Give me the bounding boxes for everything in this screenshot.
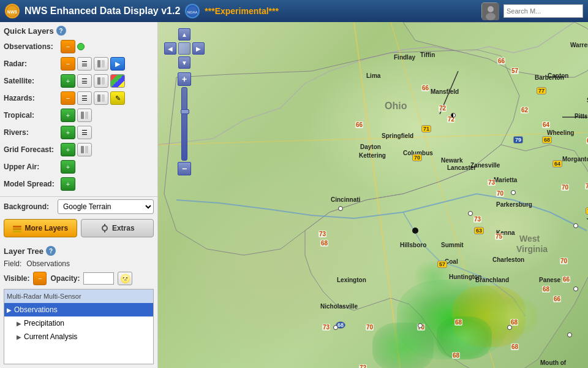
city-panese: Panese [539, 277, 560, 283]
pan-up-btn[interactable]: ▲ [178, 28, 190, 40]
pan-center-btn[interactable] [178, 42, 190, 55]
more-layers-button[interactable]: More Layers [4, 219, 77, 237]
model-spread-row: Model Spread: + [4, 177, 154, 191]
city-mansfield: Mansfield [431, 88, 459, 95]
svg-rect-7 [97, 60, 100, 67]
temp-66-2: 66 [421, 85, 429, 91]
radar-row: Radar: − ☰ ▶ [4, 56, 154, 71]
satellite-multi-btn[interactable] [110, 74, 125, 88]
quick-layers-help[interactable]: ? [56, 26, 66, 36]
city-westvirginia2: Virginia [516, 244, 548, 254]
radar-toggle-btn[interactable]: − [61, 57, 75, 71]
zoom-thumb[interactable] [181, 109, 189, 114]
road-badge-79: 79 [513, 136, 523, 144]
user-profile-icon[interactable] [481, 2, 499, 20]
radar-list-btn[interactable]: ☰ [77, 57, 92, 71]
city-dayton: Dayton [360, 144, 381, 150]
city-summit: Summit [441, 242, 464, 248]
hazards-toggle-btn[interactable]: − [61, 91, 75, 105]
road-badge-57: 57 [437, 261, 447, 268]
city-lexington: Lexington [337, 277, 366, 283]
temp-72-6: 72 [359, 364, 367, 368]
tropical-row: Tropical: + [4, 108, 154, 123]
rivers-toggle-btn[interactable]: + [61, 126, 75, 139]
observations-tree-label: Observations [14, 305, 58, 314]
field-row: Field: Observations [4, 259, 154, 268]
tree-item-observations[interactable]: ▶ Observations [4, 303, 153, 316]
zoom-out-btn[interactable]: − [178, 162, 191, 175]
tree-item-multi-radar[interactable]: Multi-Radar Multi-Sensor [4, 289, 153, 303]
temp-73-1: 73 [473, 216, 481, 223]
zoom-in-btn[interactable]: + [178, 72, 191, 86]
radar-loop-btn[interactable]: ▶ [110, 57, 125, 71]
grid-forecast-toggle-btn[interactable]: + [61, 143, 75, 156]
tropical-split-btn[interactable] [77, 109, 92, 122]
temp-66-5: 66 [562, 276, 570, 283]
temp-66-4: 66 [497, 58, 505, 64]
rivers-list-btn[interactable]: ☰ [77, 126, 92, 139]
visible-toggle-btn[interactable]: − [33, 272, 47, 285]
extras-button[interactable]: Extras [81, 219, 154, 237]
app-header: NWS NWS Enhanced Data Display v1.2 NOAA … [0, 0, 588, 22]
layer-tree-list[interactable]: Multi-Radar Multi-Sensor ▶ Observations … [4, 289, 154, 364]
field-label: Field: [4, 259, 21, 268]
map-area[interactable]: Ohio West Virginia Pennsylvania Columbus… [158, 22, 588, 368]
svg-rect-16 [85, 146, 88, 153]
precipitation-arrow: ▶ [17, 320, 21, 327]
radar-label: Radar: [4, 59, 59, 68]
background-select[interactable]: Google Terrain Google Road Google Satell… [58, 199, 154, 214]
city-mouthof: Mouth of [540, 359, 566, 366]
svg-rect-17 [13, 226, 21, 228]
satellite-split-btn[interactable] [94, 74, 108, 88]
svg-rect-8 [102, 60, 105, 67]
station-8 [507, 325, 512, 330]
upper-air-row: Upper Air: + [4, 159, 154, 174]
pan-right-btn[interactable]: ▶ [192, 42, 205, 55]
search-input[interactable] [503, 4, 583, 18]
layer-tree-label: Layer Tree [4, 247, 43, 256]
upper-air-toggle-btn[interactable]: + [61, 160, 75, 174]
tree-item-precipitation[interactable]: ▶ Precipitation [4, 316, 153, 330]
zoom-track[interactable] [181, 87, 187, 161]
svg-rect-19 [13, 231, 21, 232]
satellite-row: Satellite: + ☰ [4, 74, 154, 88]
observations-toggle-btn[interactable]: − [61, 40, 75, 53]
station-15 [567, 332, 572, 337]
satellite-list-btn[interactable]: ☰ [77, 74, 92, 88]
city-wheeling: Wheeling [547, 129, 574, 136]
grid-forecast-split-btn[interactable] [77, 143, 92, 156]
temp-66-3: 66 [553, 296, 561, 302]
city-tiffin: Tiffin [420, 52, 435, 58]
tropical-toggle-btn[interactable]: + [61, 109, 75, 122]
nws-logo: NWS [5, 4, 20, 18]
city-westvirginia1: West [519, 234, 540, 243]
pan-left-btn[interactable]: ◀ [164, 42, 176, 55]
station-7 [418, 323, 423, 328]
upper-air-label: Upper Air: [4, 163, 59, 171]
rivers-label: Rivers: [4, 128, 59, 137]
quick-layers-label: Quick Layers [4, 26, 54, 36]
city-newark: Newark [441, 157, 463, 164]
tree-item-current-analysis[interactable]: ▶ Current Analysis [4, 330, 153, 343]
opacity-input[interactable] [83, 272, 114, 285]
map-navigation: ▲ ◀ ▶ ▼ + − [164, 28, 205, 177]
city-parkersburg: Parkersburg [496, 201, 532, 208]
paintbrush-btn[interactable]: 🌝 [118, 272, 132, 285]
road-badge-71: 71 [421, 125, 431, 132]
main-container: Quick Layers ? Observations: − Radar: − … [0, 22, 588, 368]
hazards-split-btn[interactable] [94, 91, 108, 105]
model-spread-label: Model Spread: [4, 180, 59, 188]
action-buttons-section: More Layers Extras [0, 217, 157, 242]
layer-tree-help[interactable]: ? [46, 246, 56, 256]
satellite-toggle-btn[interactable]: + [61, 74, 75, 88]
road-badge-64: 64 [552, 160, 562, 167]
model-spread-toggle-btn[interactable]: + [61, 177, 75, 191]
temp-75-1: 75 [495, 233, 503, 240]
field-value: Observations [26, 259, 70, 268]
hazards-row: Hazards: − ☰ ✎ [4, 91, 154, 105]
radar-split-btn[interactable] [94, 57, 108, 71]
hazards-pen-btn[interactable]: ✎ [110, 91, 125, 105]
hazards-list-btn[interactable]: ☰ [77, 91, 92, 105]
pan-down-btn[interactable]: ▼ [178, 56, 190, 69]
temp-68-5: 68 [511, 343, 519, 350]
